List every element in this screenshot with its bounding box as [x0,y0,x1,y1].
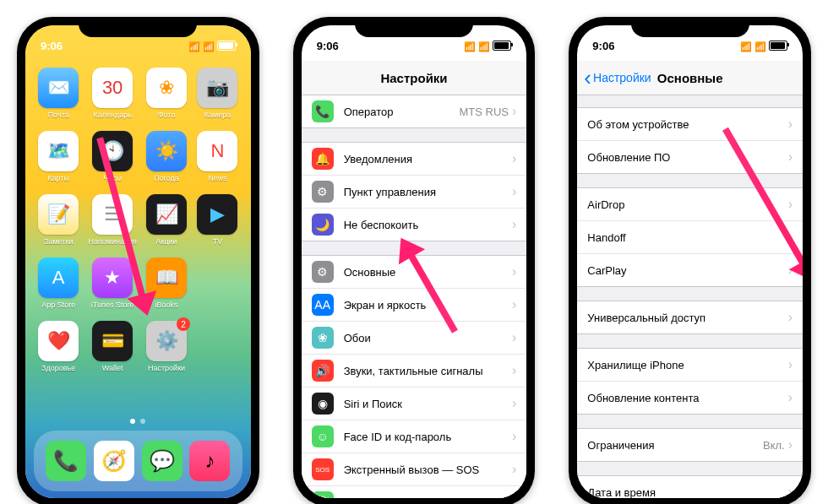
app-glyph: ★ [92,257,133,298]
app-icon[interactable]: ▶TV [196,194,238,246]
settings-row[interactable]: 🔊Звуки, тактильные сигналы› [302,355,527,387]
settings-row[interactable]: 🔋Аккумулятор› [302,486,527,498]
app-glyph: ☀️ [146,131,187,171]
phone-3: 9:06 Настройки Основные Об этом устройст… [569,17,811,504]
row-label: Экран и яркость [344,299,512,312]
app-label: Почта [48,111,69,119]
general-row[interactable]: CarPlay› [577,254,803,286]
row-label: Face ID и код-пароль [344,431,512,443]
chevron-icon: › [512,462,516,477]
chevron-icon: › [788,357,793,372]
app-icon[interactable]: 30Календарь [88,68,136,119]
settings-row[interactable]: SOSЭкстренный вызов — SOS› [302,453,527,486]
app-icon[interactable]: 📷Камера [196,68,238,119]
app-label: Wallet [102,364,123,372]
row-icon: 📞 [312,100,334,122]
app-icon[interactable]: AApp Store [37,257,79,309]
app-icon[interactable]: ✉️Почта [37,68,79,119]
general-row[interactable]: Обновление ПО› [577,141,803,173]
row-label: Об этом устройстве [587,118,787,131]
settings-row[interactable]: AAЭкран и яркость› [302,289,527,322]
app-glyph: 🗺️ [38,131,79,171]
app-icon[interactable]: 📈Акции [145,194,188,246]
settings-row[interactable]: 🔔Уведомления› [302,143,527,176]
general-row[interactable]: ОграниченияВкл.› [577,429,803,461]
row-label: Универсальный доступ [587,312,787,324]
row-label: Обновление контента [587,392,787,404]
settings-row[interactable]: 🌙Не беспокоить› [302,209,527,241]
app-icon[interactable]: NNews [196,131,238,182]
dock-safari[interactable]: 🧭 [94,441,134,481]
chevron-icon: › [512,297,516,312]
app-label: Здоровье [41,364,75,372]
chevron-icon: › [788,230,793,245]
settings-row[interactable]: ⚙Основные› [302,256,527,289]
app-icon[interactable]: 📝Заметки [37,194,79,246]
general-row[interactable]: Обновление контента› [577,382,803,414]
app-label: Камера [204,111,231,119]
row-carrier[interactable]: 📞ОператорMTS RUS› [302,95,527,127]
app-glyph: ❀ [146,68,187,108]
chevron-icon: › [512,396,516,411]
chevron-icon: › [512,184,516,199]
app-icon[interactable]: ❀Фото [145,68,188,119]
settings-row[interactable]: ☺Face ID и код-пароль› [302,420,527,453]
wifi-icon [754,40,766,52]
general-row[interactable]: AirDrop› [577,188,803,221]
general-row[interactable]: Хранилище iPhone› [577,349,803,382]
general-list[interactable]: Об этом устройстве›Обновление ПО›AirDrop… [577,95,803,498]
row-label: CarPlay [587,264,787,277]
chevron-icon: › [512,217,516,232]
row-icon: 🔊 [312,360,334,382]
row-icon: AA [312,294,334,316]
settings-row[interactable]: ◉Siri и Поиск› [302,387,527,420]
status-time: 9:06 [41,40,63,52]
badge: 2 [177,317,190,331]
dock-phone[interactable]: 📞 [46,441,86,481]
app-icon[interactable]: 💳Wallet [88,321,136,372]
app-glyph: 📷 [197,68,237,108]
settings-row[interactable]: ❀Обои› [302,322,527,355]
app-icon[interactable]: ☀️Погода [145,131,188,182]
app-label: Погода [154,174,179,182]
app-icon[interactable]: 🗺️Карты [37,131,79,182]
row-label: Дата и время [587,486,787,499]
row-label: Хранилище iPhone [587,359,787,371]
app-label: Напоминания [88,237,136,246]
chevron-icon: › [512,363,516,378]
app-icon[interactable]: ★iTunes Store [88,257,136,309]
notch [79,17,197,37]
settings-row[interactable]: ⚙Пункт управления› [302,176,527,209]
app-grid: ✉️Почта30Календарь❀Фото📷Камера🗺️Карты🕙Ча… [25,61,251,379]
general-row[interactable]: Дата и время› [577,476,803,498]
chevron-icon: › [512,330,516,345]
settings-list[interactable]: 📞ОператорMTS RUS›🔔Уведомления›⚙Пункт упр… [302,95,527,498]
app-icon[interactable]: 🕙Часы [88,131,136,182]
general-row[interactable]: Handoff› [577,221,803,254]
chevron-icon: › [788,310,793,325]
app-label: News [208,174,227,182]
dock: 📞🧭💬♪ [34,431,242,491]
dock-music[interactable]: ♪ [189,441,230,481]
back-button[interactable]: Настройки [584,71,651,84]
status-time: 9:06 [592,40,614,52]
chevron-icon: › [788,117,793,132]
app-icon[interactable]: ☰Напоминания [88,194,136,246]
app-glyph: 💳 [92,321,133,361]
general-row[interactable]: Универсальный доступ› [577,301,803,333]
app-icon[interactable]: ⚙️2Настройки [145,321,188,372]
chevron-icon: › [788,390,793,405]
chevron-icon: › [788,437,793,453]
dock-messages[interactable]: 💬 [142,441,182,481]
chevron-icon: › [512,104,516,119]
app-glyph: ✉️ [38,68,79,108]
app-label: iTunes Store [91,301,134,309]
row-label: Звуки, тактильные сигналы [344,365,512,377]
app-label: Акции [155,237,177,246]
app-glyph: 30 [92,68,133,108]
app-icon[interactable]: ❤️Здоровье [37,321,79,372]
general-row[interactable]: Об этом устройстве› [577,108,803,141]
app-icon[interactable]: 📖iBooks [145,257,188,309]
chevron-icon: › [512,264,516,279]
row-label: Handoff [587,231,787,244]
